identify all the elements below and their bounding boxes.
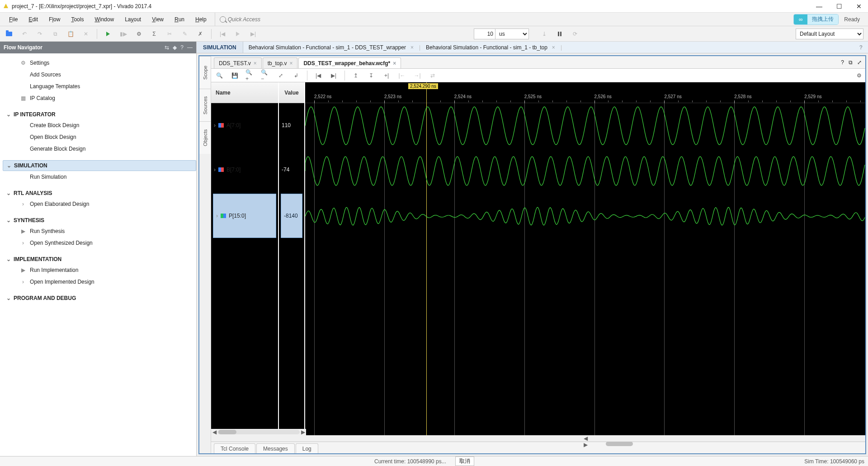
flow-section-implementation[interactable]: ⌄IMPLEMENTATION [3, 254, 196, 264]
close-tab-icon[interactable]: × [254, 60, 257, 67]
highlight-icon[interactable]: ✎ [180, 29, 189, 38]
paste-icon[interactable]: 📋 [66, 29, 75, 38]
wv-next-edge-icon[interactable]: ↧ [367, 71, 376, 80]
wv-search-icon[interactable]: 🔍 [215, 71, 224, 80]
wv-goto-end-icon[interactable]: ▶| [329, 71, 338, 80]
upload-pill[interactable]: ∞ 拖拽上传 [793, 14, 839, 25]
flow-item-open-synthesized-design[interactable]: ›Open Synthesized Design [3, 237, 196, 249]
quick-access-input[interactable] [228, 14, 327, 24]
maximize-icon[interactable]: ☐ [835, 3, 843, 10]
signal-name-row[interactable]: ›A[7:0] [211, 103, 278, 147]
wv-goto-cursor-icon[interactable]: ↲ [292, 71, 301, 80]
tab-max-icon[interactable]: ⤢ [857, 59, 862, 66]
sigma-icon[interactable]: Σ [150, 29, 159, 38]
delete-icon[interactable]: ✕ [81, 29, 90, 38]
pin-icon[interactable]: ◆ [173, 44, 177, 51]
waveform[interactable] [305, 151, 865, 191]
settings-icon[interactable]: ⚙ [134, 29, 143, 38]
file-tab[interactable]: DDS_TEST_wrapper_behav.wcfg*× [298, 57, 401, 68]
cancel-button[interactable]: 取消 [455, 456, 474, 466]
runtime-unit-select[interactable]: us [495, 29, 529, 39]
signal-name-row[interactable]: ›B[7:0] [211, 147, 278, 192]
menu-tools[interactable]: Tools [66, 14, 88, 24]
file-tab[interactable]: tb_top.v× [263, 57, 298, 68]
menu-help[interactable]: Help [191, 14, 211, 24]
menu-run[interactable]: Run [170, 14, 189, 24]
file-tab[interactable]: DDS_TEST.v× [214, 57, 262, 68]
wv-zoom-in-icon[interactable]: 🔍+ [245, 71, 255, 80]
flow-item-open-implemented-design[interactable]: ›Open Implemented Design [3, 276, 196, 288]
run-icon[interactable] [104, 29, 113, 38]
close-tab-icon[interactable]: × [393, 60, 396, 67]
wv-swap-icon[interactable]: ⇄ [428, 71, 437, 80]
relaunch-icon[interactable]: ▮▶ [119, 29, 128, 38]
close-crumb-icon[interactable]: × [410, 44, 414, 51]
collapse-icon[interactable]: ⇆ [165, 44, 169, 51]
close-tab-icon[interactable]: × [289, 60, 292, 67]
close-icon[interactable]: ✕ [855, 3, 863, 10]
minimize-panel-icon[interactable]: — [187, 44, 193, 51]
flow-item-create-block-design[interactable]: Create Block Design [3, 119, 196, 131]
undo-icon[interactable]: ↶ [20, 29, 29, 38]
flow-item-settings[interactable]: ⚙Settings [3, 57, 196, 69]
flow-section-program-and-debug[interactable]: ⌄PROGRAM AND DEBUG [3, 293, 196, 303]
redo-icon[interactable]: ↷ [35, 29, 44, 38]
signal-value-row[interactable]: -8140 [281, 194, 302, 238]
panel-help-icon[interactable]: ? [859, 44, 863, 51]
runtime-value-input[interactable] [474, 29, 495, 39]
bottom-tab-log[interactable]: Log [296, 443, 318, 453]
copy-icon[interactable]: ⧉ [51, 29, 60, 38]
tab-help-icon[interactable]: ? [841, 59, 844, 66]
bottom-tab-tcl-console[interactable]: Tcl Console [214, 443, 255, 453]
sim-crumb-2[interactable]: Behavioral Simulation - Functional - sim… [420, 44, 561, 51]
break-icon[interactable]: ⤓ [540, 29, 549, 38]
wave-hscroll[interactable]: ◀▶ [306, 435, 865, 442]
wv-zoom-out-icon[interactable]: 🔍− [261, 71, 270, 80]
menu-file[interactable]: File [5, 14, 22, 24]
signal-value-row[interactable]: -74 [279, 147, 304, 192]
open-icon[interactable] [5, 29, 14, 38]
vtab-objects[interactable]: Objects [199, 121, 211, 154]
waveform[interactable] [305, 105, 865, 146]
bottom-tab-messages[interactable]: Messages [256, 443, 295, 453]
flow-item-add-sources[interactable]: Add Sources [3, 69, 196, 81]
reload-icon[interactable]: ⟳ [571, 29, 580, 38]
wv-next-marker-icon[interactable]: →| [413, 71, 422, 80]
vtab-scope[interactable]: Scope [199, 56, 211, 89]
play-icon[interactable] [233, 29, 242, 38]
flow-item-run-simulation[interactable]: Run Simulation [3, 171, 196, 183]
pause-icon[interactable] [555, 29, 564, 38]
wv-add-marker-icon[interactable]: +| [382, 71, 391, 80]
wv-prev-edge-icon[interactable]: ↥ [351, 71, 360, 80]
unlink-icon[interactable]: ✗ [196, 29, 205, 38]
flow-item-language-templates[interactable]: Language Templates [3, 81, 196, 92]
menu-edit[interactable]: Edit [24, 14, 42, 24]
flow-section-simulation[interactable]: ⌄SIMULATION [3, 160, 196, 171]
step-icon[interactable]: ▶| [249, 29, 258, 38]
flow-section-rtl-analysis[interactable]: ⌄RTL ANALYSIS [3, 188, 196, 198]
flow-item-generate-block-design[interactable]: Generate Block Design [3, 143, 196, 155]
wv-save-icon[interactable]: 💾 [230, 71, 239, 80]
menu-view[interactable]: View [147, 14, 168, 24]
flow-item-run-synthesis[interactable]: ▶Run Synthesis [3, 225, 196, 237]
wv-zoom-fit-icon[interactable]: ⤢ [276, 71, 285, 80]
menu-flow[interactable]: Flow [44, 14, 65, 24]
restart-icon[interactable]: |◀ [218, 29, 227, 38]
menu-window[interactable]: Window [90, 14, 118, 24]
sim-crumb-1[interactable]: Behavioral Simulation - Functional - sim… [243, 44, 419, 51]
help-icon[interactable]: ? [180, 44, 184, 51]
flow-section-ip-integrator[interactable]: ⌄IP INTEGRATOR [3, 109, 196, 119]
tab-restore-icon[interactable]: ⧉ [849, 59, 853, 66]
cut-icon[interactable]: ✂ [165, 29, 174, 38]
signal-name-row[interactable]: ›P[15:0] [213, 194, 276, 238]
wv-prev-marker-icon[interactable]: |← [397, 71, 406, 80]
waveform[interactable] [305, 196, 865, 237]
vtab-sources[interactable]: Sources [199, 89, 211, 121]
flow-item-ip-catalog[interactable]: ▦IP Catalog [3, 92, 196, 104]
flow-item-run-implementation[interactable]: ▶Run Implementation [3, 264, 196, 276]
flow-item-open-block-design[interactable]: Open Block Design [3, 131, 196, 143]
flow-item-open-elaborated-design[interactable]: ›Open Elaborated Design [3, 198, 196, 210]
wv-goto-start-icon[interactable]: |◀ [314, 71, 323, 80]
close-crumb-icon[interactable]: × [552, 44, 555, 51]
wv-settings-icon[interactable]: ⚙ [857, 72, 862, 79]
